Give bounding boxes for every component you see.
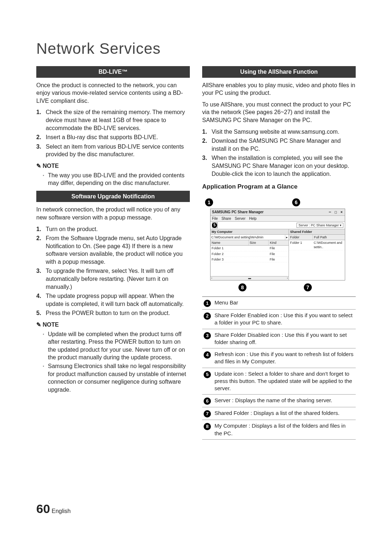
- manual-page: Network Services BD-LIVE™ Once the produ…: [0, 0, 392, 537]
- table-row: Folder 3File: [211, 257, 289, 262]
- window-buttons: – □ ×: [329, 210, 343, 215]
- shared-folder-pane: Shared Folder Folder Full Path Folder 1 …: [289, 229, 345, 280]
- bdlive-intro: Once the product is connected to the net…: [36, 81, 190, 105]
- path-field: C:\WDocument and setting\WAdmin: [211, 235, 285, 240]
- callout-1: 1: [205, 198, 213, 206]
- allshare-intro2: To use AllShare, you must connect the pr…: [202, 101, 356, 124]
- table-row: Folder 1File: [211, 246, 289, 251]
- note-label: NOTE: [36, 321, 190, 329]
- left-headers: Name Size Kind: [211, 240, 289, 246]
- legend-item: Menu Bar: [215, 299, 354, 306]
- section-heading-bdlive: BD-LIVE™: [36, 66, 190, 78]
- right-headers: Folder Full Path: [289, 235, 345, 240]
- note-label: NOTE: [36, 162, 190, 170]
- legend-item: Share Folder Enabled icon : Use this if …: [215, 312, 354, 327]
- table-row: Folder 1 C:\WDocument and settin..: [289, 240, 345, 250]
- section-heading-software: Software Upgrade Notification: [36, 191, 190, 202]
- legend-item: Refresh icon : Use this if you want to r…: [215, 351, 354, 366]
- menu-help: Help: [249, 216, 257, 221]
- allshare-steps: 1.Visit the Samsung website at www.samsu…: [202, 128, 356, 178]
- callout-6: 6: [292, 198, 300, 206]
- my-computer-title: My Computer: [211, 229, 289, 235]
- menu-share: Share: [221, 216, 231, 221]
- legend-item: Server : Displays the name of the sharin…: [215, 397, 354, 404]
- software-note: Update will be completed when the produc…: [36, 330, 190, 394]
- bdlive-steps: 1.Check the size of the remaining memory…: [36, 108, 190, 158]
- software-intro: In network connection, the product will …: [36, 206, 190, 221]
- app-menubar: File Share Server Help: [211, 216, 345, 222]
- page-language: English: [52, 508, 70, 514]
- right-column: Using the AllShare Function AllShare ena…: [202, 64, 356, 440]
- app-diagram: 1 6 8 7 SAMSUNG PC Share Manager – □ × F…: [202, 198, 356, 293]
- software-steps: 1.Turn on the product. 2.From the Softwa…: [36, 225, 190, 318]
- page-footer: 60 English: [36, 502, 71, 516]
- menu-file: File: [212, 216, 218, 221]
- table-row: Folder 2File: [211, 251, 289, 257]
- legend-item: Update icon : Select a folder to share a…: [215, 370, 354, 392]
- page-title: Network Services: [36, 40, 356, 57]
- shared-folder-title: Shared Folder: [289, 229, 345, 235]
- callout-5: 5: [212, 223, 217, 228]
- bdlive-note: The way you use BD-LIVE and the provided…: [36, 171, 190, 187]
- server-display: Server : PC Share Manager ▾: [297, 223, 343, 228]
- legend-item: Share Folder Disabled icon : Use this if…: [215, 331, 354, 346]
- app-toolbar: 2 3 4 5 Server : PC Share Manager ▾: [211, 222, 345, 229]
- path-go-icon: ▸: [285, 235, 289, 240]
- legend-item: Shared Folder : Displays a list of the s…: [215, 409, 354, 417]
- menu-server: Server: [235, 216, 245, 221]
- left-column: BD-LIVE™ Once the product is connected t…: [36, 64, 190, 440]
- page-number: 60: [36, 502, 50, 516]
- section-heading-allshare: Using the AllShare Function: [202, 66, 356, 78]
- application-subhead: Application Program at a Glance: [202, 183, 356, 191]
- callout-legend: 1Menu Bar 2Share Folder Enabled icon : U…: [202, 296, 356, 440]
- callout-7: 7: [304, 283, 312, 291]
- callout-8: 8: [238, 283, 246, 291]
- app-title-text: SAMSUNG PC Share Manager: [212, 210, 264, 215]
- scrollbar: ‹▬›: [211, 276, 289, 280]
- my-computer-pane: My Computer C:\WDocument and setting\WAd…: [211, 229, 289, 280]
- legend-item: My Computer : Displays a list of the fol…: [215, 422, 354, 437]
- app-titlebar: SAMSUNG PC Share Manager – □ ×: [211, 209, 345, 216]
- app-window: SAMSUNG PC Share Manager – □ × File Shar…: [210, 209, 345, 280]
- allshare-intro1: AllShare enables you to play music, vide…: [202, 81, 356, 97]
